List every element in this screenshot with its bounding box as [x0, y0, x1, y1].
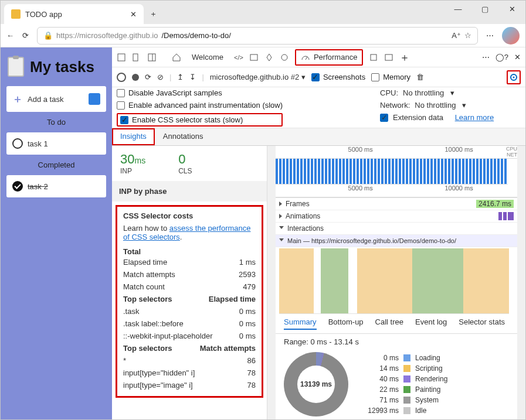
done-label: task 2: [28, 182, 48, 191]
download-icon[interactable]: ↧: [189, 73, 196, 81]
device-icon[interactable]: [132, 53, 141, 62]
network-icon[interactable]: [280, 53, 289, 62]
home-icon[interactable]: [172, 53, 181, 62]
tab-welcome[interactable]: Welcome: [187, 50, 228, 64]
tab-performance[interactable]: Performance: [295, 49, 363, 66]
css-costs-title: CSS Selector costs: [123, 211, 256, 220]
more-tabs-button[interactable]: ＋: [399, 50, 410, 64]
add-task-button[interactable]: ＋ Add a task: [6, 86, 106, 112]
svg-rect-1: [133, 54, 138, 61]
tab-bottom-up[interactable]: Bottom-up: [328, 317, 364, 330]
memory-toggle[interactable]: Memory: [371, 73, 410, 81]
record-row: ⟳ ⊘ | ↥ ↧ | microsoftedge.github.io #2 ▾…: [112, 67, 525, 87]
done-item[interactable]: task 2: [6, 175, 106, 197]
frames-track[interactable]: Frames: [286, 200, 310, 208]
record-dot-icon[interactable]: [132, 74, 139, 81]
titlebar: TODO app ✕ ＋ — ▢ ✕: [1, 1, 525, 24]
record-button[interactable]: [117, 73, 126, 82]
reload-record-icon[interactable]: ⟳: [145, 73, 151, 81]
screenshots-toggle[interactable]: ✓Screenshots: [311, 73, 365, 81]
maximize-button[interactable]: ▢: [471, 1, 498, 17]
svg-rect-8: [371, 54, 376, 60]
animations-track[interactable]: Animations: [286, 212, 320, 220]
insights-tabs: Insights Annotations: [112, 128, 525, 146]
tab-annotations[interactable]: Annotations: [155, 128, 212, 145]
plus-icon: ＋: [12, 92, 23, 106]
collapse-icon[interactable]: [279, 238, 284, 244]
adv-paint-toggle[interactable]: Enable advanced paint instrumentation (s…: [117, 101, 283, 110]
tab-title: TODO app: [25, 10, 62, 19]
tab-summary[interactable]: Summary: [284, 317, 317, 330]
svg-point-11: [513, 76, 515, 78]
page-icon: [11, 9, 21, 19]
close-window-button[interactable]: ✕: [498, 1, 525, 17]
extension-data-label: Extension data: [393, 113, 443, 122]
trash-icon[interactable]: 🗑: [416, 73, 424, 81]
sources-icon[interactable]: [264, 53, 274, 62]
learn-more-link[interactable]: Learn more: [455, 113, 494, 122]
flame-chart[interactable]: [279, 248, 509, 314]
main-track[interactable]: Main — https://microsoftedge.github.io/D…: [287, 237, 456, 244]
devtools-panel: Welcome </> Performance ＋ ⋯ ◯? ✕ ⟳: [112, 47, 525, 419]
capture-settings-icon[interactable]: [507, 70, 521, 84]
inp-phase-header[interactable]: INP by phase: [112, 181, 267, 202]
timeline-tracks[interactable]: Frames2416.7 ms Animations Interactions …: [276, 197, 517, 247]
console-icon[interactable]: [249, 53, 259, 62]
cpu-throttle-select[interactable]: No throttling ▾: [403, 88, 454, 97]
insights-pane: 30msINP 0CLS INP by phase CSS Selector c…: [112, 146, 267, 419]
inspect-icon[interactable]: [117, 53, 126, 62]
svg-point-6: [281, 54, 287, 60]
todo-item[interactable]: task 1: [6, 132, 106, 155]
browser-tab[interactable]: TODO app ✕: [4, 4, 144, 24]
svg-rect-5: [250, 54, 257, 60]
url-bar[interactable]: 🔒 https://microsoftedge.github.io/Demos/…: [37, 27, 478, 45]
minimize-button[interactable]: —: [444, 1, 471, 17]
disable-js-toggle[interactable]: Disable JavaScript samples: [117, 88, 283, 97]
scrollbar[interactable]: [517, 146, 525, 419]
target-select[interactable]: microsoftedge.github.io #2 ▾: [210, 73, 306, 81]
css-stats-toggle[interactable]: ✓Enable CSS selector stats (slow): [117, 113, 283, 127]
elements-icon[interactable]: </>: [234, 53, 243, 62]
expand-icon[interactable]: [279, 214, 282, 218]
scrollbar[interactable]: [267, 146, 276, 419]
interactions-track[interactable]: Interactions: [287, 224, 324, 233]
svg-rect-0: [118, 54, 125, 61]
app-sidebar: My tasks ＋ Add a task To do task 1 Compl…: [1, 47, 112, 419]
close-devtools-icon[interactable]: ✕: [514, 53, 521, 62]
back-button[interactable]: ←: [6, 31, 14, 40]
tab-insights[interactable]: Insights: [112, 128, 155, 145]
favorite-icon[interactable]: ☆: [464, 31, 471, 40]
network-throttle-select[interactable]: No throttling ▾: [415, 101, 466, 110]
clipboard-icon: [8, 57, 24, 77]
address-bar-row: ← ⟳ 🔒 https://microsoftedge.github.io/De…: [1, 24, 525, 47]
unchecked-icon[interactable]: [12, 138, 23, 149]
timeline-ruler[interactable]: 5000 ms 10000 ms: [276, 185, 517, 197]
timeline-ruler-top[interactable]: 5000 ms 10000 ms CPUNET: [276, 146, 517, 159]
summary-donut: 13139 ms: [284, 352, 348, 416]
more-tools-icon[interactable]: ⋯: [482, 53, 490, 62]
expand-icon[interactable]: [279, 202, 282, 206]
checked-icon[interactable]: [12, 181, 23, 192]
summary-tabs: Summary Bottom-up Call tree Event log Se…: [276, 314, 517, 334]
copilot-icon[interactable]: [502, 27, 520, 45]
tab-event-log[interactable]: Event log: [415, 317, 447, 330]
read-aloud-icon[interactable]: A⁺: [452, 31, 461, 40]
close-tab-icon[interactable]: ✕: [130, 10, 137, 19]
refresh-button[interactable]: ⟳: [22, 31, 29, 40]
collapse-icon[interactable]: [279, 226, 284, 231]
submit-icon[interactable]: [89, 93, 100, 105]
app-icon[interactable]: [384, 53, 393, 62]
overview-strip[interactable]: [276, 159, 508, 185]
more-menu-icon[interactable]: ⋯: [486, 31, 494, 40]
tab-call-tree[interactable]: Call tree: [375, 317, 403, 330]
dock-icon[interactable]: [147, 53, 157, 62]
upload-icon[interactable]: ↥: [177, 73, 184, 81]
summary-range: Range: 0 ms - 13.14 s: [276, 334, 517, 350]
clear-icon[interactable]: ⊘: [157, 73, 164, 81]
help-icon[interactable]: ◯?: [496, 53, 508, 62]
app-title: My tasks: [6, 53, 106, 83]
memory-icon[interactable]: [369, 53, 378, 62]
svg-text:</>: </>: [234, 54, 243, 61]
tab-selector-stats[interactable]: Selector stats: [459, 317, 505, 330]
timeline-pane: 5000 ms 10000 ms CPUNET 5000 ms 10000 ms…: [276, 146, 517, 419]
